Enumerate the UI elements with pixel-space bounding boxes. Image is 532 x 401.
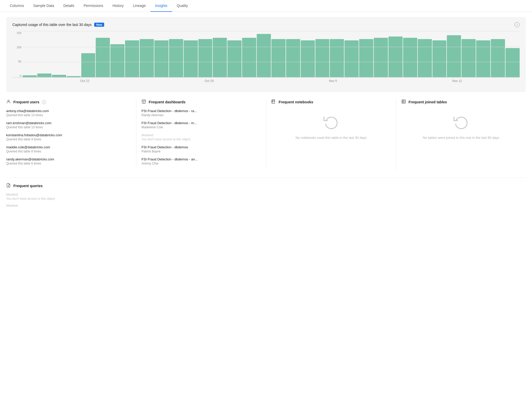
chart-bar xyxy=(67,76,81,77)
chart-bar xyxy=(125,40,139,77)
queries-icon xyxy=(6,183,11,188)
chart-bar xyxy=(403,38,417,77)
frequent-notebooks-section: Frequent notebooks No notebooks used thi… xyxy=(266,99,396,169)
svg-rect-8 xyxy=(402,100,405,103)
y-axis-label: 50 xyxy=(12,60,21,63)
tab-permissions[interactable]: Permissions xyxy=(79,0,108,12)
y-axis-label: 150 xyxy=(12,31,21,34)
dashboard-entry: FSI Fraud Detection - dbdemos - an... An… xyxy=(141,157,261,165)
tab-history[interactable]: History xyxy=(108,0,128,12)
tab-sample-data[interactable]: Sample Data xyxy=(29,0,59,12)
tab-quality[interactable]: Quality xyxy=(172,0,193,12)
info-icon[interactable]: i xyxy=(515,22,520,27)
users-icon xyxy=(6,99,11,105)
dashboard-name[interactable]: FSI Fraud Detection - dbdemos xyxy=(141,145,261,149)
chart-bar xyxy=(359,39,373,77)
joined-icon xyxy=(401,99,406,105)
user-entry: konstantina.fotiadou@databricks.com Quer… xyxy=(6,133,131,141)
x-axis-label: Oct 29 xyxy=(205,79,214,83)
chart-bar xyxy=(432,40,447,77)
user-entry: maddie.cole@databricks.com Queried this … xyxy=(6,145,131,153)
notebooks-title: Frequent notebooks xyxy=(279,100,313,104)
frequent-users-section: Frequent users i antony.chia@databricks.… xyxy=(6,99,136,169)
user-email[interactable]: ram.krishnan@databricks.com xyxy=(6,121,131,125)
user-query-count: Queried this table 9 times xyxy=(6,138,131,141)
frequent-dashboards-section: Frequent dashboards FSI Fraud Detection … xyxy=(136,99,266,169)
x-axis-label: Nov 5 xyxy=(329,79,337,83)
usage-section: Captured usage of this table over the la… xyxy=(6,17,526,92)
user-entry: ram.krishnan@databricks.com Queried this… xyxy=(6,121,131,129)
user-entry: randy.akerman@databricks.com Queried thi… xyxy=(6,157,131,165)
chart-bar xyxy=(154,40,169,77)
query-entry: Masked You don't have access to this obj… xyxy=(6,193,526,200)
chart-bar xyxy=(198,39,212,77)
chart-bar xyxy=(81,53,95,77)
dashboard-entry: FSI Fraud Detection - dbdemos Patrick Ba… xyxy=(141,145,261,153)
user-query-count: Queried this table 13 times xyxy=(6,125,131,129)
chart-bar xyxy=(257,34,271,77)
notebooks-history-icon xyxy=(323,114,339,132)
tab-insights[interactable]: Insights xyxy=(150,0,172,12)
dashboard-owner: Patrick Bayne xyxy=(141,150,261,153)
chart-bar xyxy=(110,44,125,77)
y-axis-label: 0 xyxy=(12,74,21,77)
x-axis-label: Nov 12 xyxy=(452,79,462,83)
new-badge: New xyxy=(94,23,104,27)
joined-history-icon xyxy=(453,114,469,132)
query-masked-label: Masked xyxy=(6,193,526,196)
chart-bar xyxy=(447,35,461,77)
user-email[interactable]: konstantina.fotiadou@databricks.com xyxy=(6,133,131,137)
user-email[interactable]: maddie.cole@databricks.com xyxy=(6,145,131,149)
query-no-access: You don't have access to this object xyxy=(6,197,526,200)
notebooks-empty-message: No notebooks used this table in the last… xyxy=(296,136,367,140)
chart-bar xyxy=(330,39,344,77)
user-email[interactable]: antony.chia@databricks.com xyxy=(6,109,131,113)
chart-bar xyxy=(388,37,403,77)
chart-bar xyxy=(242,38,256,77)
joined-title: Frequent joined tables xyxy=(409,100,447,104)
chart-bar xyxy=(37,74,51,77)
dashboard-owner: Randy Akerman xyxy=(141,113,261,117)
chart-bar xyxy=(506,48,520,77)
notebooks-icon xyxy=(271,99,276,105)
chart-bar xyxy=(169,39,183,77)
dashboards-title: Frequent dashboards xyxy=(149,100,185,104)
svg-point-0 xyxy=(8,100,9,102)
users-title: Frequent users xyxy=(13,100,39,104)
no-access-text: You don't have access to this object xyxy=(141,138,261,141)
masked-label: Masked xyxy=(141,133,261,137)
tab-columns[interactable]: Columns xyxy=(5,0,29,12)
chart-bar xyxy=(23,75,37,77)
users-info-icon[interactable]: i xyxy=(42,100,46,104)
chart-bar xyxy=(286,39,300,77)
tab-details[interactable]: Details xyxy=(59,0,79,12)
chart-bar xyxy=(52,75,66,77)
dashboard-entry: FSI Fraud Detection - dbdemos - m... Mad… xyxy=(141,121,261,129)
x-axis-label: Oct 22 xyxy=(80,79,89,83)
tab-lineage[interactable]: Lineage xyxy=(128,0,150,12)
chart-bar xyxy=(476,40,490,77)
dashboard-entry: FSI Fraud Detection - dbdemos - ra... Ra… xyxy=(141,109,261,117)
joined-empty-message: No tables were joined to this one in the… xyxy=(423,136,499,140)
user-query-count: Queried this table 6 times xyxy=(6,162,131,165)
chart-bar xyxy=(184,40,198,77)
dashboard-name[interactable]: FSI Fraud Detection - dbdemos - m... xyxy=(141,121,261,125)
usage-title-text: Captured usage of this table over the la… xyxy=(12,23,92,27)
dashboard-name[interactable]: FSI Fraud Detection - dbdemos - ra... xyxy=(141,109,261,113)
query-masked-label: Masked xyxy=(6,204,526,207)
query-entry: Masked xyxy=(6,204,526,207)
user-query-count: Queried this table 13 times xyxy=(6,113,131,117)
dashboard-owner: Antony Chia xyxy=(141,162,261,165)
frequent-queries-section: Frequent queries Masked You don't have a… xyxy=(6,178,526,207)
user-email[interactable]: randy.akerman@databricks.com xyxy=(6,157,131,161)
dashboards-icon xyxy=(141,99,146,105)
chart-bar xyxy=(301,40,315,77)
y-axis-label: 100 xyxy=(12,46,21,49)
chart-bar xyxy=(213,38,227,77)
chart-bar xyxy=(96,38,110,77)
dashboard-name[interactable]: FSI Fraud Detection - dbdemos - an... xyxy=(141,157,261,161)
frequent-joined-section: Frequent joined tables No tables were jo… xyxy=(396,99,526,169)
chart-bar xyxy=(271,39,286,77)
tab-bar: ColumnsSample DataDetailsPermissionsHist… xyxy=(0,0,532,12)
chart-bar xyxy=(344,40,359,77)
